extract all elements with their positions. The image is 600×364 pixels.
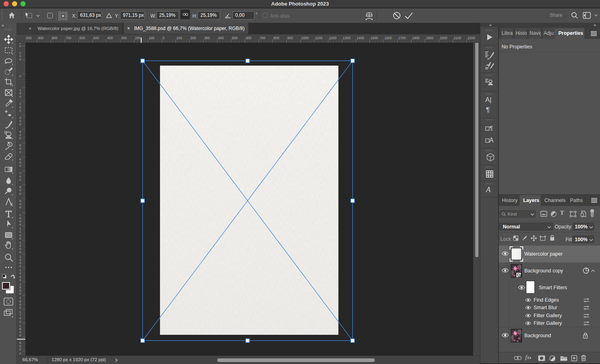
svg-text:A: A: [489, 137, 494, 144]
svg-text:¶: ¶: [490, 124, 493, 131]
